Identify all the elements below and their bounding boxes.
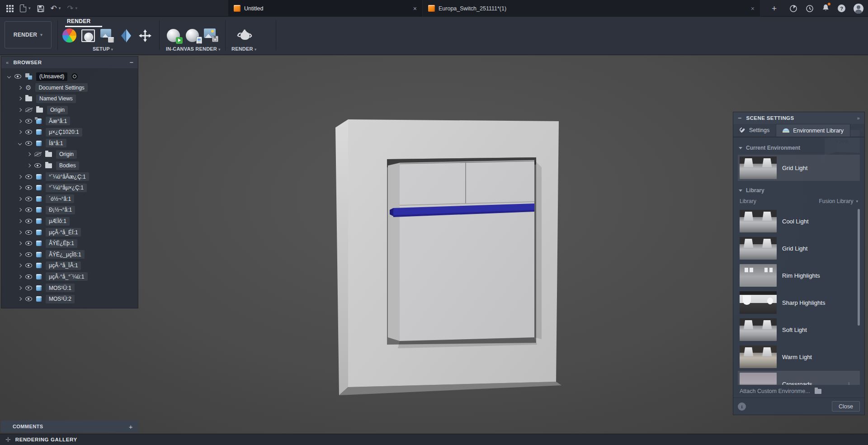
library-item-soft-light[interactable]: Soft Light (738, 317, 860, 343)
tree-item-label[interactable]: µçÂ·°å_°´¼ü:1 (46, 272, 88, 281)
expand-panel-icon[interactable]: » (857, 115, 860, 121)
document-tab-europa-switch[interactable]: Europa_Switch_251111*(1) × (423, 0, 760, 17)
tree-item-component[interactable]: µçÂ·°å_ÉÏ:1 (1, 227, 138, 238)
app-grid-icon[interactable] (6, 5, 8, 7)
tree-item-root[interactable]: (Unsaved) (1, 71, 138, 82)
tree-item-component[interactable]: µçÂ·°å_ÏÂ:1 (1, 260, 138, 271)
library-item-rim-highlights[interactable]: Rim Highlights (738, 262, 860, 289)
tab-environment-library[interactable]: Environment Library (776, 124, 850, 137)
library-item-crossroads[interactable]: Crossroads ↓ (738, 371, 860, 385)
visibility-icon[interactable] (14, 74, 21, 79)
rendering-gallery-icon[interactable]: ✛ (5, 436, 11, 443)
chevron-right-icon[interactable] (18, 241, 22, 245)
tree-item-component[interactable]: MOS¹Ü:1 (1, 282, 138, 294)
save-icon[interactable] (37, 5, 44, 12)
chevron-right-icon[interactable] (18, 119, 22, 123)
close-icon[interactable]: × (751, 5, 755, 12)
visibility-icon[interactable] (25, 286, 32, 290)
tree-item-component[interactable]: MOS¹Ü:2 (1, 294, 138, 305)
chevron-right-icon[interactable] (18, 219, 22, 223)
tree-item-label[interactable]: ÂÝË¿Ëþ:1 (46, 239, 77, 248)
tree-item-component[interactable]: µÆÌõ:1 (1, 216, 138, 227)
tree-item-label[interactable]: µçÂ·°å_ÉÏ:1 (46, 228, 81, 237)
chevron-right-icon[interactable] (27, 164, 31, 167)
in-canvas-render-settings-button[interactable] (183, 29, 202, 42)
render-model-light-switch[interactable] (330, 114, 565, 403)
minimize-panel-icon[interactable]: − (738, 114, 742, 122)
chevron-right-icon[interactable] (18, 208, 22, 212)
visibility-off-icon[interactable] (34, 152, 41, 156)
workspace-tab-render[interactable]: RENDER (67, 18, 90, 24)
tree-item-component-expanded[interactable]: Íâ°å:1 (1, 138, 138, 149)
chevron-right-icon[interactable] (18, 130, 22, 134)
library-item-cool-light[interactable]: Cool Light (738, 208, 860, 234)
info-icon[interactable]: i (738, 402, 746, 411)
chevron-right-icon[interactable] (18, 253, 22, 256)
visibility-icon[interactable] (25, 197, 32, 201)
tree-item-label[interactable]: Origin (56, 150, 77, 159)
scene-settings-button[interactable] (79, 29, 98, 42)
chevron-right-icon[interactable] (18, 230, 22, 234)
section-current-environment[interactable]: Current Environment (738, 141, 860, 155)
chevron-right-icon[interactable] (18, 175, 22, 178)
visibility-icon[interactable] (25, 275, 32, 279)
attach-custom-environment[interactable]: Attach Custom Environme... (738, 385, 860, 398)
tree-item-label[interactable]: Origin (47, 106, 68, 114)
chevron-right-icon[interactable] (18, 297, 22, 301)
library-item-grid-light[interactable]: Grid Light (738, 235, 860, 261)
workspace-selector[interactable]: RENDER ▾ (5, 21, 52, 48)
tree-item-bodies[interactable]: Bodies (1, 160, 138, 171)
visibility-icon[interactable] (25, 119, 32, 123)
tree-item-label[interactable]: (Unsaved) (36, 72, 67, 81)
extensions-icon[interactable] (789, 5, 797, 13)
tree-item-label[interactable]: Named Views (36, 95, 76, 103)
group-setup-dropdown[interactable]: SETUP ▾ (93, 46, 113, 52)
tree-item-origin-child[interactable]: Origin (1, 149, 138, 160)
add-comment-icon[interactable]: + (129, 423, 133, 431)
appearance-button[interactable] (60, 28, 79, 43)
visibility-icon[interactable] (25, 230, 32, 235)
tree-item-label[interactable]: ´ó½¬°å:1 (46, 194, 74, 203)
tree-item-component[interactable]: °´¼ü°åÃæ¿Ç:1 (1, 171, 138, 182)
file-menu[interactable]: ▾ (20, 5, 31, 12)
document-tab-untitled[interactable]: Untitled × (228, 0, 423, 17)
visibility-icon[interactable] (25, 175, 32, 179)
tree-item-label[interactable]: Bodies (56, 161, 79, 170)
chevron-right-icon[interactable] (18, 108, 22, 112)
tree-item-label[interactable]: ÂÝË¿_µçÏß:1 (46, 250, 85, 259)
help-icon[interactable]: ? (838, 5, 845, 12)
group-in-canvas-render-dropdown[interactable]: IN-CANVAS RENDER ▾ (166, 46, 221, 52)
capture-image-button[interactable] (202, 28, 221, 42)
collapse-panel-icon[interactable]: « (6, 60, 9, 65)
rendering-gallery-label[interactable]: RENDERING GALLERY (15, 437, 77, 442)
new-tab-button[interactable]: + (772, 4, 777, 13)
tree-item-component[interactable]: ÂÝË¿_µçÏß:1 (1, 249, 138, 260)
visibility-icon[interactable] (25, 263, 32, 268)
tree-item-label[interactable]: °´¼ü°åÃæ¿Ç:1 (46, 172, 89, 181)
visibility-icon[interactable] (25, 185, 32, 190)
tree-item-component[interactable]: ´ó½¬°å:1 (1, 194, 138, 205)
tree-item-label[interactable]: Document Settings (35, 83, 87, 92)
visibility-icon[interactable] (25, 252, 32, 257)
current-environment-item[interactable]: Grid Light (738, 155, 860, 181)
visibility-icon[interactable] (25, 208, 32, 212)
job-status-clock-icon[interactable] (806, 5, 814, 13)
texture-map-controls-button[interactable] (98, 29, 117, 43)
chevron-right-icon[interactable] (18, 264, 22, 267)
tree-item-label[interactable]: MOS¹Ü:2 (46, 295, 75, 303)
visibility-icon[interactable] (25, 130, 32, 134)
chevron-right-icon[interactable] (27, 152, 31, 156)
tree-item-component[interactable]: °´¼ü°åµ×¿Ç:1 (1, 182, 138, 194)
tab-settings[interactable]: Settings (733, 124, 776, 137)
activate-component-icon[interactable] (71, 73, 78, 80)
tree-item-label[interactable]: °´¼ü°åµ×¿Ç:1 (46, 184, 87, 192)
minimize-panel-icon[interactable]: − (129, 59, 133, 66)
close-icon[interactable]: × (413, 5, 417, 12)
comments-bar[interactable]: COMMENTS + (1, 421, 138, 432)
tree-item-component[interactable]: µ×¿Ç1020:1 (1, 127, 138, 138)
section-library[interactable]: Library (738, 184, 860, 197)
tree-item-document-settings[interactable]: ⚙ Document Settings (1, 82, 138, 94)
library-scrollbar[interactable] (858, 209, 860, 326)
visibility-icon[interactable] (34, 163, 41, 168)
library-item-sharp-highlights[interactable]: Sharp Highlights (738, 289, 860, 316)
